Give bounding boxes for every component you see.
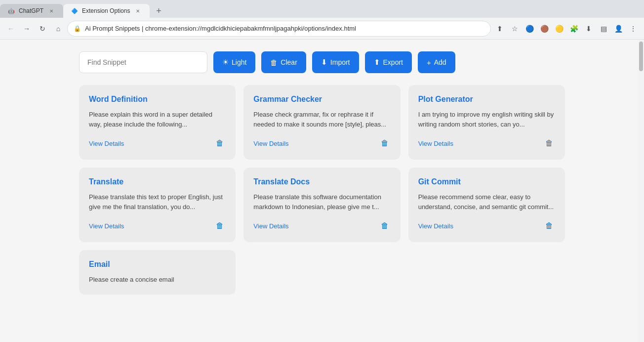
import-icon: ⬇ [321,58,327,67]
view-details-word-definition[interactable]: View Details [89,140,124,147]
card-description-grammar-checker: Please check grammar, fix or rephrase it… [253,110,390,129]
card-footer-translate: View Details 🗑 [89,219,226,232]
card-footer-plot-generator: View Details 🗑 [418,137,555,150]
extension-icon-2[interactable]: 🟤 [537,22,551,36]
card-git-commit: Git Commit Please recommend some clear, … [408,168,565,242]
card-title-translate-docs[interactable]: Translate Docs [253,177,390,186]
card-footer-git-commit: View Details 🗑 [418,219,555,232]
view-details-translate-docs[interactable]: View Details [253,222,288,230]
forward-button[interactable]: → [20,22,34,36]
card-title-translate[interactable]: Translate [89,177,226,186]
view-details-git-commit[interactable]: View Details [418,222,453,230]
add-icon: + [427,58,431,67]
delete-button-word-definition[interactable]: 🗑 [214,137,226,150]
light-button-label: Light [232,58,246,66]
import-button[interactable]: ⬇ Import [312,51,359,73]
card-description-plot-generator: I am trying to improve my english writin… [418,110,555,129]
import-button-label: Import [330,58,350,66]
card-footer-translate-docs: View Details 🗑 [253,219,390,232]
card-footer-word-definition: View Details 🗑 [89,137,226,150]
delete-button-plot-generator[interactable]: 🗑 [543,137,555,150]
card-translate-docs: Translate Docs Please translate this sof… [243,168,400,242]
extensions-icon[interactable]: 🧩 [567,22,581,36]
extension-icon-1[interactable]: 🔵 [523,22,536,36]
clear-button[interactable]: 🗑 Clear [261,51,306,73]
delete-button-grammar-checker[interactable]: 🗑 [379,137,391,150]
bookmark-icon[interactable]: ☆ [508,22,522,36]
view-details-grammar-checker[interactable]: View Details [253,140,288,147]
export-button[interactable]: ⬆ Export [365,51,412,73]
home-button[interactable]: ⌂ [51,22,65,36]
nav-bar: ← → ↻ ⌂ 🔒 Ai Prompt Snippets | chrome-ex… [0,18,644,40]
address-bar[interactable]: 🔒 Ai Prompt Snippets | chrome-extension:… [67,21,491,37]
view-details-translate[interactable]: View Details [89,222,124,230]
extension-icon-3[interactable]: 🟡 [552,22,566,36]
card-title-email[interactable]: Email [89,260,226,269]
tab-chatgpt[interactable]: 🤖 ChatGPT ✕ [0,4,63,18]
card-grammar-checker: Grammar Checker Please check grammar, fi… [243,85,400,160]
card-description-translate-docs: Please translate this software documenta… [253,192,390,212]
tab-chatgpt-label: ChatGPT [19,7,43,14]
browser-nav-icons: ⬆ ☆ 🔵 🟤 🟡 🧩 ⬇ ▤ 👤 ⋮ [493,22,640,36]
tab-bar: 🤖 ChatGPT ✕ 🔷 Extension Options ✕ + [0,0,644,18]
card-footer-grammar-checker: View Details 🗑 [253,137,390,150]
card-title-grammar-checker[interactable]: Grammar Checker [253,95,390,104]
chatgpt-favicon: 🤖 [8,7,15,14]
export-icon: ⬆ [374,58,380,67]
card-translate: Translate Please translate this text to … [79,168,236,242]
tab-extension-options[interactable]: 🔷 Extension Options ✕ [63,4,150,18]
delete-button-translate-docs[interactable]: 🗑 [379,219,391,232]
lock-icon: 🔒 [74,25,81,32]
page-content: ☀ Light 🗑 Clear ⬇ Import ⬆ Export + Add … [0,40,644,342]
profile-icon[interactable]: 👤 [611,22,625,36]
search-input[interactable] [79,51,207,73]
light-icon: ☀ [222,58,229,67]
card-description-git-commit: Please recommend some clear, easy to und… [418,192,555,212]
tab-extension-label: Extension Options [82,7,130,14]
card-plot-generator: Plot Generator I am trying to improve my… [408,85,565,160]
download-icon[interactable]: ⬇ [582,22,596,36]
tab-extension-close[interactable]: ✕ [134,7,142,15]
add-button[interactable]: + Add [418,51,455,73]
card-word-definition: Word Definition Please explain this word… [79,85,236,160]
card-title-git-commit[interactable]: Git Commit [418,177,555,186]
card-description-translate: Please translate this text to proper Eng… [89,192,226,212]
cards-grid: Word Definition Please explain this word… [79,85,565,295]
toolbar: ☀ Light 🗑 Clear ⬇ Import ⬆ Export + Add [79,51,565,73]
card-title-word-definition[interactable]: Word Definition [89,95,226,104]
card-email: Email Please create a concise email [79,250,236,295]
card-description-email: Please create a concise email [89,275,226,285]
share-icon[interactable]: ⬆ [493,22,507,36]
delete-button-git-commit[interactable]: 🗑 [543,219,555,232]
new-tab-button[interactable]: + [152,4,165,18]
scrollbar-track[interactable] [638,40,644,342]
more-icon[interactable]: ⋮ [626,22,640,36]
reload-button[interactable]: ↻ [36,22,49,36]
extension-favicon: 🔷 [71,7,78,14]
card-description-word-definition: Please explain this word in a super deta… [89,110,226,129]
browser-chrome: 🤖 ChatGPT ✕ 🔷 Extension Options ✕ + ← → … [0,0,644,40]
add-button-label: Add [434,58,446,66]
trash-icon: 🗑 [270,58,278,67]
export-button-label: Export [383,58,403,66]
scrollbar-thumb[interactable] [639,42,643,71]
tab-chatgpt-close[interactable]: ✕ [47,7,55,15]
delete-button-translate[interactable]: 🗑 [214,219,226,232]
view-details-plot-generator[interactable]: View Details [418,140,453,147]
card-title-plot-generator[interactable]: Plot Generator [418,95,555,104]
address-text: Ai Prompt Snippets | chrome-extension://… [85,25,484,32]
clear-button-label: Clear [281,58,297,66]
back-button[interactable]: ← [4,22,18,36]
light-button[interactable]: ☀ Light [213,51,255,73]
sidebar-icon[interactable]: ▤ [597,22,610,36]
